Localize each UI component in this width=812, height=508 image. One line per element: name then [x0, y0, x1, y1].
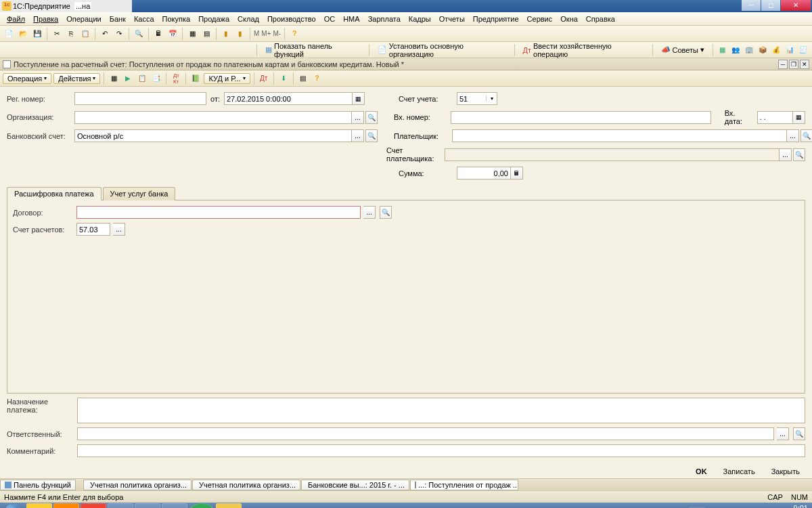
menu-reports[interactable]: Отчеты: [435, 14, 469, 24]
org-select-button[interactable]: ...: [352, 111, 364, 124]
mdi-tab-panel[interactable]: Панель функций: [0, 480, 76, 490]
in-num-input[interactable]: [451, 111, 711, 124]
menu-help[interactable]: Справка: [582, 14, 619, 24]
sum-input[interactable]: 0,00: [457, 167, 511, 179]
doc-minimize-button[interactable]: ─: [778, 60, 788, 69]
memory-m[interactable]: M: [254, 30, 259, 37]
menu-nma[interactable]: НМА: [339, 14, 363, 24]
redo-icon[interactable]: ↷: [113, 28, 125, 40]
payer-acc-select-button[interactable]: ...: [780, 148, 792, 161]
doc-close-button[interactable]: ✕: [800, 60, 809, 69]
acc-calc-select-button[interactable]: ...: [113, 223, 125, 236]
bank-acc-search-button[interactable]: 🔍: [365, 129, 378, 142]
bar1-icon[interactable]: ▮: [220, 28, 232, 40]
doc-restore-button[interactable]: ❐: [789, 60, 798, 69]
responsible-input[interactable]: [77, 427, 774, 440]
open-icon[interactable]: 📂: [17, 28, 29, 40]
memory-mplus[interactable]: M+: [261, 30, 271, 37]
account-dropdown[interactable]: 51▾: [457, 92, 497, 105]
task-app1[interactable]: @: [189, 503, 215, 508]
rt-icon-5[interactable]: 💰: [770, 44, 782, 56]
menu-os[interactable]: ОС: [320, 14, 340, 24]
bank-acc-select-button[interactable]: ...: [352, 129, 364, 142]
menu-purchase[interactable]: Покупка: [158, 14, 195, 24]
menu-bank[interactable]: Банк: [106, 14, 130, 24]
memory-mminus[interactable]: M-: [273, 30, 281, 37]
doc-tool-3[interactable]: 📋: [136, 72, 148, 85]
payer-search-button[interactable]: 🔍: [800, 129, 812, 142]
rt-icon-4[interactable]: 📦: [757, 44, 769, 56]
task-ie[interactable]: e: [135, 503, 160, 508]
contract-input[interactable]: [76, 206, 361, 219]
start-button[interactable]: [0, 503, 26, 508]
bar2-icon[interactable]: ▮: [234, 28, 246, 40]
task-opera[interactable]: O: [162, 503, 187, 508]
toggle-icon[interactable]: ▦: [186, 28, 198, 40]
responsible-select-button[interactable]: ...: [777, 427, 789, 440]
sum-calc-button[interactable]: 🖩: [511, 167, 523, 179]
in-date-cal-button[interactable]: ▦: [793, 111, 805, 124]
payer-select-button[interactable]: ...: [787, 129, 799, 142]
payer-input[interactable]: [452, 129, 787, 142]
rt-icon-7[interactable]: 🧾: [797, 44, 809, 56]
responsible-search-button[interactable]: 🔍: [793, 427, 805, 440]
enter-operation-button[interactable]: Дт Ввести хозяйственную операцию: [518, 40, 649, 60]
mdi-tab-policy2[interactable]: Учетная политика организ...: [192, 480, 300, 490]
find-icon[interactable]: 🔍: [133, 28, 145, 40]
calc-icon[interactable]: 🖩: [152, 28, 164, 40]
rt-icon-3[interactable]: 🏢: [743, 44, 755, 56]
menu-windows[interactable]: Окна: [556, 14, 582, 24]
copy-icon[interactable]: ⎘: [65, 28, 77, 40]
rt-icon-2[interactable]: 👥: [729, 44, 742, 56]
os-minimize-button[interactable]: ─: [742, 0, 761, 11]
doc-tool-6[interactable]: Дт: [258, 72, 270, 85]
comment-input[interactable]: [77, 444, 805, 457]
dt-kt-icon[interactable]: ДтКт: [170, 72, 182, 85]
mdi-tab-bank[interactable]: Банковские вы...: 2015 г. - ...: [301, 480, 409, 490]
paste-icon[interactable]: 📋: [79, 28, 91, 40]
menu-staff[interactable]: Кадры: [405, 14, 435, 24]
actions-dropdown[interactable]: Действия▾: [53, 73, 100, 84]
advice-button[interactable]: 📣 Советы ▾: [656, 43, 709, 56]
payer-acc-search-button[interactable]: 🔍: [793, 148, 805, 161]
menu-enterprise[interactable]: Предприятие: [469, 14, 523, 24]
purpose-textarea[interactable]: [77, 398, 805, 423]
in-date-input[interactable]: . .: [757, 111, 794, 124]
tab-payment-detail[interactable]: Расшифровка платежа: [7, 187, 102, 200]
menu-sale[interactable]: Продажа: [194, 14, 233, 24]
help-icon[interactable]: ?: [288, 28, 300, 40]
mdi-tab-current[interactable]: ...: Поступления от продаж ...: [410, 480, 518, 490]
calendar-button[interactable]: ▦: [353, 92, 365, 105]
tray-clock[interactable]: 9:0127.02.2015: [771, 505, 808, 508]
bank-acc-input[interactable]: Основной р/с: [74, 129, 352, 142]
close-button[interactable]: Закрыть: [766, 466, 805, 477]
doc-tool-4[interactable]: 📑: [150, 72, 162, 85]
task-1c[interactable]: 1c: [216, 503, 242, 508]
reg-num-input[interactable]: [74, 92, 206, 105]
menu-cash[interactable]: Касса: [130, 14, 158, 24]
mdi-tab-policy1[interactable]: Учетная политика организ...: [83, 480, 191, 490]
org-input[interactable]: [74, 111, 352, 124]
date-input[interactable]: 27.02.2015 0:00:00: [224, 92, 353, 105]
save-icon[interactable]: 💾: [31, 28, 43, 40]
os-maximize-button[interactable]: ◻: [761, 0, 780, 11]
doc-tool-5[interactable]: 📗: [189, 72, 202, 85]
rt-icon-6[interactable]: 📊: [784, 44, 796, 56]
grid-icon[interactable]: ▤: [200, 28, 212, 40]
menu-service[interactable]: Сервис: [523, 14, 557, 24]
contract-select-button[interactable]: ...: [363, 206, 376, 219]
rt-icon-1[interactable]: ▦: [716, 44, 728, 56]
menu-production[interactable]: Производство: [263, 14, 320, 24]
write-button[interactable]: Записать: [718, 466, 761, 477]
doc-tool-2[interactable]: ▶: [122, 72, 134, 85]
operation-dropdown[interactable]: Операция▾: [3, 73, 51, 84]
menu-salary[interactable]: Зарплата: [364, 14, 405, 24]
doc-tool-8[interactable]: ▤: [297, 72, 309, 85]
menu-edit[interactable]: Правка: [29, 14, 62, 24]
ok-button[interactable]: OK: [690, 466, 713, 477]
undo-icon[interactable]: ↶: [99, 28, 111, 40]
os-close-button[interactable]: ✕: [781, 0, 811, 11]
menu-operations[interactable]: Операции: [62, 14, 105, 24]
set-org-button[interactable]: 📄 Установить основную организацию: [373, 40, 511, 60]
menu-warehouse[interactable]: Склад: [233, 14, 263, 24]
